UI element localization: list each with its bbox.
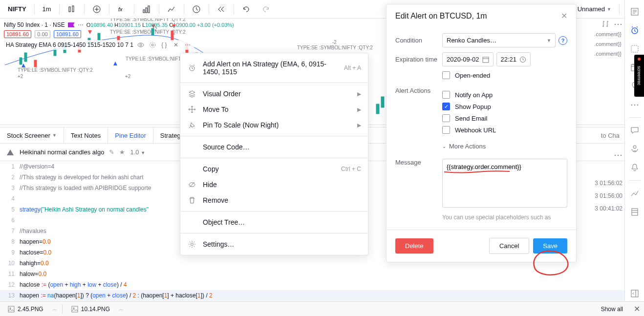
compare-icon[interactable] <box>88 3 105 16</box>
tab-pine-editor[interactable]: Pine Editor <box>108 127 153 143</box>
open-ended-checkbox[interactable]: Open-ended <box>442 71 567 79</box>
template-icon[interactable] <box>163 3 180 16</box>
alert-times-fragment: 3 01:56:02 3 01:56:00 3 00:41:02 <box>595 177 623 215</box>
info-icon[interactable]: ? <box>558 36 567 45</box>
hide-icon <box>187 181 197 189</box>
calendar-icon <box>482 56 489 63</box>
watchlist-icon[interactable] <box>627 4 643 20</box>
undo-icon[interactable] <box>238 3 255 16</box>
svg-rect-6 <box>143 10 145 13</box>
svg-rect-59 <box>72 306 78 312</box>
close-icon[interactable]: ✕ <box>561 11 567 21</box>
delete-button[interactable]: Delete <box>395 238 433 253</box>
message-textarea[interactable] <box>442 159 567 208</box>
edit-icon[interactable]: ✎ <box>109 148 114 156</box>
replay-icon[interactable] <box>213 3 230 16</box>
svg-point-12 <box>140 44 142 46</box>
source-icon[interactable]: { } <box>160 41 169 49</box>
cancel-button[interactable]: Cancel <box>489 238 529 254</box>
indicator-legend: HA Strategy EMA 6 0915-1450 1515-1520 10… <box>4 40 194 50</box>
chevron-right-icon: ▶ <box>357 122 361 128</box>
send-email-checkbox[interactable]: Send Email <box>442 114 567 122</box>
ctx-hide[interactable]: Hide <box>180 177 368 192</box>
alert-section-more-icon[interactable]: ⋯ <box>614 149 623 160</box>
svg-rect-24 <box>34 60 37 67</box>
sort-icon[interactable] <box>601 20 610 28</box>
close-icon[interactable]: ✕ <box>634 304 640 314</box>
svg-rect-23 <box>381 97 384 107</box>
alert-icon[interactable] <box>188 3 205 16</box>
message-label: Message <box>395 159 442 166</box>
svg-point-49 <box>633 146 636 148</box>
alarm-icon <box>187 64 197 72</box>
ctx-settings[interactable]: Settings… <box>180 236 368 252</box>
performance-icon[interactable] <box>627 186 643 201</box>
show-all-button[interactable]: Show all <box>601 306 623 313</box>
tab-text-notes[interactable]: Text Notes <box>64 127 108 143</box>
symbol-button[interactable]: NIFTY <box>4 3 30 15</box>
more-icon[interactable]: ⋯ <box>627 97 643 112</box>
symbol-title: Nifty 50 Index · 1 · NSE <box>4 21 65 28</box>
more-icon[interactable]: ⋯ <box>78 21 84 28</box>
star-icon[interactable]: ★ <box>119 148 125 156</box>
stream-icon[interactable] <box>627 141 643 157</box>
taskbar-file-1[interactable]: 2.45.PNG <box>4 305 47 314</box>
notifications-icon[interactable] <box>627 160 643 175</box>
ctx-add-alert[interactable]: Add Alert on HA Strategy (EMA, 6, 0915-1… <box>180 56 368 80</box>
collapse-icon[interactable] <box>627 286 643 301</box>
more-icon[interactable]: ⋯ <box>183 41 192 49</box>
indicators-icon[interactable]: fx <box>113 3 130 16</box>
redo-icon[interactable] <box>258 3 274 16</box>
svg-rect-15 <box>20 58 22 64</box>
script-name: Heikinahi normal candles algo <box>20 148 104 156</box>
svg-rect-44 <box>631 45 638 52</box>
show-popup-checkbox[interactable]: ✓Show Popup <box>442 103 567 110</box>
ctx-visual-order[interactable]: Visual Order ▶ <box>180 86 368 102</box>
chat-icon[interactable] <box>627 123 643 138</box>
ctx-move-to[interactable]: Move To ▶ <box>180 102 368 117</box>
expiration-label: Expiration time <box>395 56 442 63</box>
ctx-object-tree[interactable]: Object Tree… <box>180 214 368 230</box>
more-icon[interactable]: ⋯ <box>614 19 623 29</box>
close-icon[interactable]: ✕ <box>172 41 180 49</box>
modal-title: Edit Alert on BTCUSD, 1m <box>395 12 487 21</box>
move-icon <box>187 105 197 113</box>
webhook-checkbox[interactable]: Webhook URL <box>442 126 567 134</box>
condition-select[interactable]: Renko Candles…▼ <box>442 33 556 47</box>
chevron-up-icon[interactable]: ︿ <box>52 306 57 313</box>
ctx-source-code[interactable]: Source Code… <box>180 139 368 155</box>
notify-app-checkbox[interactable]: Notify on App <box>442 91 567 99</box>
svg-point-11 <box>138 43 144 47</box>
ctx-pin-scale[interactable]: Pin To Scale (Now Right) ▶ <box>180 117 368 133</box>
flag-icon[interactable] <box>68 22 75 27</box>
tab-stock-screener[interactable]: Stock Screener▼ <box>0 127 64 143</box>
ohlc-values: O10896.40 H10901.15 L10895.35 C10900.00 … <box>86 22 234 28</box>
alert-list-fragment: .comment}} .comment}} .comment}} <box>576 29 624 59</box>
taskbar-file-2[interactable]: 10.14.PNG <box>67 305 114 314</box>
ctx-copy[interactable]: Copy Ctrl + C <box>180 161 368 177</box>
more-actions-toggle[interactable]: ⌄More Actions <box>442 143 567 150</box>
ctx-remove[interactable]: Remove <box>180 192 368 208</box>
candles-icon[interactable] <box>64 3 80 16</box>
alerts-icon[interactable] <box>627 22 643 38</box>
svg-point-13 <box>151 44 153 46</box>
chevron-up-icon[interactable]: ︿ <box>119 306 124 313</box>
expiration-time-input[interactable]: 22:21 <box>496 52 531 66</box>
svg-rect-57 <box>8 306 14 312</box>
eye-icon[interactable] <box>136 41 145 49</box>
svg-rect-22 <box>376 104 379 114</box>
image-icon <box>8 306 15 313</box>
gear-icon <box>187 240 197 248</box>
gear-icon[interactable] <box>148 41 157 49</box>
actions-label: Alert Actions <box>395 87 442 94</box>
version-dropdown[interactable]: 1.0 ▼ <box>130 148 145 156</box>
dom-icon[interactable] <box>627 204 643 220</box>
financials-icon[interactable] <box>138 3 155 16</box>
svg-point-38 <box>191 243 193 246</box>
expiration-date-input[interactable]: 2020-09-02 <box>442 52 494 66</box>
screenrec-badge: screenrec <box>634 55 644 97</box>
interval-button[interactable]: 1m <box>39 3 55 15</box>
publish-fragment: to Cha <box>596 132 624 139</box>
save-button[interactable]: Save <box>533 238 567 253</box>
svg-rect-8 <box>148 6 150 13</box>
